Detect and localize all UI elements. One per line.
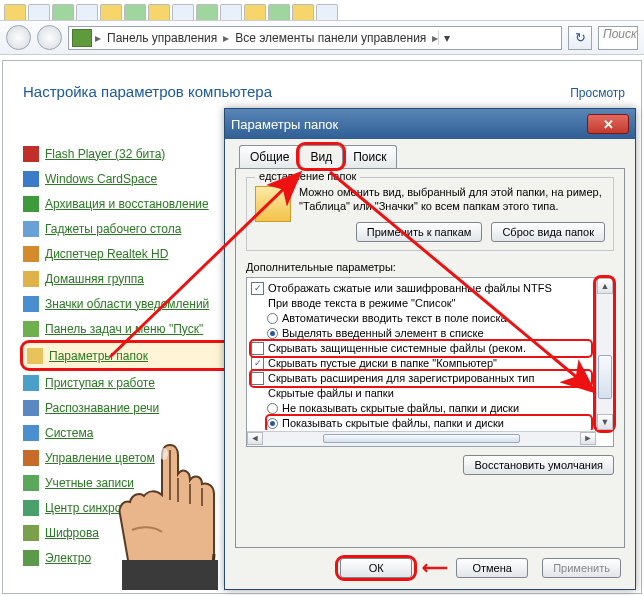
- group-legend: едставление папок: [255, 170, 360, 182]
- cp-item-link[interactable]: Диспетчер Realtek HD: [45, 247, 168, 261]
- cp-item-icon: [23, 146, 39, 162]
- adv-row-2[interactable]: Автоматически вводить текст в поле поиск…: [267, 311, 591, 326]
- checkbox[interactable]: ✓: [251, 282, 264, 295]
- breadcrumb[interactable]: ▸ Панель управления ▸ Все элементы панел…: [68, 26, 562, 50]
- cp-item-link[interactable]: Значки области уведомлений: [45, 297, 209, 311]
- cp-item-icon: [23, 196, 39, 212]
- tab-search[interactable]: Поиск: [342, 145, 397, 168]
- crumb-1[interactable]: Панель управления: [101, 31, 223, 45]
- cp-item-link[interactable]: Система: [45, 426, 93, 440]
- apply-to-folders-button[interactable]: Применить к папкам: [356, 222, 483, 242]
- cp-item-icon: [23, 375, 39, 391]
- scroll-thumb[interactable]: [598, 355, 612, 399]
- adv-row-4[interactable]: Скрывать защищенные системные файлы (рек…: [251, 341, 591, 356]
- browser-tab-strip: [0, 0, 644, 21]
- folder-options-dialog: Параметры папок ✕ Общие Вид Поиск едстав…: [224, 108, 636, 590]
- refresh-button[interactable]: ↻: [568, 26, 592, 50]
- cp-item-icon: [23, 171, 39, 187]
- list-horizontal-scrollbar[interactable]: ◄►: [247, 431, 596, 446]
- cp-item-link[interactable]: Flash Player (32 бита): [45, 147, 165, 161]
- close-button[interactable]: ✕: [587, 114, 629, 134]
- cp-item-icon: [23, 475, 39, 491]
- cp-item-icon: [23, 500, 39, 516]
- crumb-2[interactable]: Все элементы панели управления: [229, 31, 432, 45]
- cp-item-icon: [27, 348, 43, 364]
- cancel-button[interactable]: Отмена: [456, 558, 528, 578]
- cp-item-link[interactable]: Распознавание речи: [45, 401, 159, 415]
- dialog-tabs: Общие Вид Поиск: [239, 145, 629, 168]
- radio[interactable]: [267, 418, 278, 429]
- advanced-settings-list[interactable]: ✓Отображать сжатые или зашифрованные фай…: [246, 277, 614, 447]
- adv-row-3[interactable]: Выделять введенный элемент в списке: [267, 326, 591, 341]
- adv-row-1[interactable]: При вводе текста в режиме "Список": [251, 296, 591, 311]
- cp-item-link[interactable]: Центр синхро: [45, 501, 121, 515]
- row-label: Выделять введенный элемент в списке: [282, 327, 484, 339]
- radio[interactable]: [267, 313, 278, 324]
- tab-page-view: едставление папок Можно оменить вид, выб…: [235, 168, 625, 548]
- adv-row-0[interactable]: ✓Отображать сжатые или зашифрованные фай…: [251, 281, 591, 296]
- checkbox[interactable]: [251, 372, 264, 385]
- cp-item-icon: [23, 425, 39, 441]
- scroll-down-button[interactable]: ▼: [597, 414, 613, 430]
- dialog-title: Параметры папок: [231, 117, 338, 132]
- checkbox[interactable]: [251, 342, 264, 355]
- folder-view-group: едставление папок Можно оменить вид, выб…: [246, 177, 614, 251]
- row-label: Не показывать скрытые файлы, папки и дис…: [282, 402, 519, 414]
- cp-item-icon: [23, 450, 39, 466]
- page-title: Настройка параметров компьютера: [23, 83, 272, 100]
- cp-item-link[interactable]: Управление цветом: [45, 451, 155, 465]
- scroll-up-button[interactable]: ▲: [597, 278, 613, 294]
- ok-button[interactable]: ОК: [340, 558, 412, 578]
- checkbox[interactable]: ✓: [251, 357, 264, 370]
- tab-view[interactable]: Вид: [299, 145, 343, 168]
- dialog-footer: ОК ⟵ Отмена Применить: [225, 547, 635, 589]
- cp-item-link[interactable]: Приступая к работе: [45, 376, 155, 390]
- radio[interactable]: [267, 403, 278, 414]
- reset-folders-button[interactable]: Сброс вида папок: [491, 222, 605, 242]
- advanced-label: Дополнительные параметры:: [246, 261, 614, 273]
- row-label: Показывать скрытые файлы, папки и диски: [282, 417, 504, 429]
- group-text: Можно оменить вид, выбранный для этой па…: [255, 186, 605, 214]
- cp-item-icon: [23, 321, 39, 337]
- cp-item-icon: [23, 550, 39, 566]
- restore-defaults-button[interactable]: Восстановить умолчания: [463, 455, 614, 475]
- nav-forward-button[interactable]: [37, 25, 62, 50]
- cp-item-link[interactable]: Учетные записи: [45, 476, 134, 490]
- search-input[interactable]: Поиск: [598, 26, 638, 50]
- apply-button[interactable]: Применить: [542, 558, 621, 578]
- row-label: Отображать сжатые или зашифрованные файл…: [268, 282, 552, 294]
- cp-item-link[interactable]: Электро: [45, 551, 91, 565]
- cp-item-link[interactable]: Панель задач и меню "Пуск": [45, 322, 203, 336]
- cp-item-icon: [23, 296, 39, 312]
- list-vertical-scrollbar[interactable]: ▲ ▼: [596, 278, 613, 430]
- cp-item-icon: [23, 271, 39, 287]
- view-mode-link[interactable]: Просмотр: [570, 86, 625, 100]
- crumb-dropdown[interactable]: ▾: [438, 31, 454, 45]
- adv-row-7[interactable]: Скрытые файлы и папки: [251, 386, 591, 401]
- tab-general[interactable]: Общие: [239, 145, 300, 168]
- dialog-titlebar[interactable]: Параметры папок ✕: [225, 109, 635, 139]
- row-label: Скрытые файлы и папки: [268, 387, 394, 399]
- row-label: Автоматически вводить текст в поле поиск…: [282, 312, 507, 324]
- control-panel-icon: [72, 29, 92, 47]
- cp-item-link[interactable]: Гаджеты рабочего стола: [45, 222, 181, 236]
- cp-item-icon: [23, 400, 39, 416]
- adv-row-6[interactable]: Скрывать расширения для зарегистрированн…: [251, 371, 591, 386]
- cp-item-link[interactable]: Параметры папок: [49, 349, 148, 363]
- cp-item-link[interactable]: Шифрова: [45, 526, 99, 540]
- nav-back-button[interactable]: [6, 25, 31, 50]
- row-label: При вводе текста в режиме "Список": [268, 297, 455, 309]
- cp-item-icon: [23, 525, 39, 541]
- adv-row-8[interactable]: Не показывать скрытые файлы, папки и дис…: [267, 401, 591, 416]
- adv-row-9[interactable]: Показывать скрытые файлы, папки и диски: [267, 416, 591, 430]
- cp-item-link[interactable]: Windows CardSpace: [45, 172, 157, 186]
- cp-item-icon: [23, 246, 39, 262]
- cp-item-link[interactable]: Архивация и восстановление: [45, 197, 209, 211]
- row-label: Скрывать защищенные системные файлы (рек…: [268, 342, 526, 354]
- row-label: Скрывать пустые диски в папке "Компьютер…: [268, 357, 497, 369]
- folder-icon: [255, 186, 291, 222]
- adv-row-5[interactable]: ✓Скрывать пустые диски в папке "Компьюте…: [251, 356, 591, 371]
- cp-item-link[interactable]: Домашняя группа: [45, 272, 144, 286]
- address-bar: ▸ Панель управления ▸ Все элементы панел…: [0, 21, 644, 55]
- radio[interactable]: [267, 328, 278, 339]
